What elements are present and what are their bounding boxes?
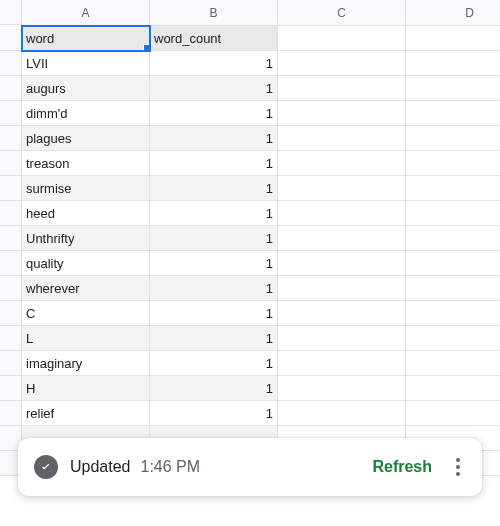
spreadsheet-grid[interactable]: ABCDwordword_countLVII1augurs1dimm'd1pla… bbox=[0, 0, 500, 476]
cell-D15[interactable] bbox=[406, 376, 500, 401]
cell-B5[interactable]: 1 bbox=[150, 126, 278, 151]
cell-C11[interactable] bbox=[278, 276, 406, 301]
cell-A16[interactable]: relief bbox=[22, 401, 150, 426]
cell-D11[interactable] bbox=[406, 276, 500, 301]
row-header-2[interactable] bbox=[0, 51, 22, 76]
cell-B6[interactable]: 1 bbox=[150, 151, 278, 176]
row-header-16[interactable] bbox=[0, 401, 22, 426]
cell-D13[interactable] bbox=[406, 326, 500, 351]
column-header-D[interactable]: D bbox=[406, 0, 500, 26]
cell-B1[interactable]: word_count bbox=[150, 26, 278, 51]
cell-A14[interactable]: imaginary bbox=[22, 351, 150, 376]
status-toast: Updated 1:46 PM Refresh bbox=[18, 438, 482, 496]
cell-B4[interactable]: 1 bbox=[150, 101, 278, 126]
cell-D9[interactable] bbox=[406, 226, 500, 251]
cell-A15[interactable]: H bbox=[22, 376, 150, 401]
cell-C3[interactable] bbox=[278, 76, 406, 101]
cell-D14[interactable] bbox=[406, 351, 500, 376]
cell-B11[interactable]: 1 bbox=[150, 276, 278, 301]
cell-A7[interactable]: surmise bbox=[22, 176, 150, 201]
row-header-12[interactable] bbox=[0, 301, 22, 326]
cell-D8[interactable] bbox=[406, 201, 500, 226]
row-header-8[interactable] bbox=[0, 201, 22, 226]
more-vert-icon[interactable] bbox=[450, 452, 466, 482]
cell-A11[interactable]: wherever bbox=[22, 276, 150, 301]
cell-B7[interactable]: 1 bbox=[150, 176, 278, 201]
cell-D16[interactable] bbox=[406, 401, 500, 426]
row-header-14[interactable] bbox=[0, 351, 22, 376]
cell-A2[interactable]: LVII bbox=[22, 51, 150, 76]
cell-B9[interactable]: 1 bbox=[150, 226, 278, 251]
cell-B14[interactable]: 1 bbox=[150, 351, 278, 376]
cell-D6[interactable] bbox=[406, 151, 500, 176]
cell-C15[interactable] bbox=[278, 376, 406, 401]
cell-A1[interactable]: word bbox=[22, 26, 150, 51]
cell-A3[interactable]: augurs bbox=[22, 76, 150, 101]
row-header-7[interactable] bbox=[0, 176, 22, 201]
cell-C2[interactable] bbox=[278, 51, 406, 76]
cell-D10[interactable] bbox=[406, 251, 500, 276]
cell-B2[interactable]: 1 bbox=[150, 51, 278, 76]
cell-C5[interactable] bbox=[278, 126, 406, 151]
check-circle-icon bbox=[34, 455, 58, 479]
refresh-button[interactable]: Refresh bbox=[372, 458, 432, 476]
column-header-A[interactable]: A bbox=[22, 0, 150, 26]
row-header-10[interactable] bbox=[0, 251, 22, 276]
cell-D3[interactable] bbox=[406, 76, 500, 101]
cell-C14[interactable] bbox=[278, 351, 406, 376]
cell-A4[interactable]: dimm'd bbox=[22, 101, 150, 126]
cell-A9[interactable]: Unthrifty bbox=[22, 226, 150, 251]
cell-A10[interactable]: quality bbox=[22, 251, 150, 276]
row-header-4[interactable] bbox=[0, 101, 22, 126]
cell-B16[interactable]: 1 bbox=[150, 401, 278, 426]
column-header-C[interactable]: C bbox=[278, 0, 406, 26]
cell-C6[interactable] bbox=[278, 151, 406, 176]
cell-C12[interactable] bbox=[278, 301, 406, 326]
cell-A6[interactable]: treason bbox=[22, 151, 150, 176]
cell-A8[interactable]: heed bbox=[22, 201, 150, 226]
cell-C8[interactable] bbox=[278, 201, 406, 226]
row-header-6[interactable] bbox=[0, 151, 22, 176]
cell-B8[interactable]: 1 bbox=[150, 201, 278, 226]
cell-D5[interactable] bbox=[406, 126, 500, 151]
cell-A13[interactable]: L bbox=[22, 326, 150, 351]
row-header-13[interactable] bbox=[0, 326, 22, 351]
cell-B13[interactable]: 1 bbox=[150, 326, 278, 351]
row-header-15[interactable] bbox=[0, 376, 22, 401]
cell-D7[interactable] bbox=[406, 176, 500, 201]
cell-D12[interactable] bbox=[406, 301, 500, 326]
row-header-1[interactable] bbox=[0, 26, 22, 51]
cell-B15[interactable]: 1 bbox=[150, 376, 278, 401]
cell-A5[interactable]: plagues bbox=[22, 126, 150, 151]
column-header-B[interactable]: B bbox=[150, 0, 278, 26]
cell-C1[interactable] bbox=[278, 26, 406, 51]
cell-A12[interactable]: C bbox=[22, 301, 150, 326]
select-all-corner[interactable] bbox=[0, 0, 22, 25]
cell-D4[interactable] bbox=[406, 101, 500, 126]
cell-C7[interactable] bbox=[278, 176, 406, 201]
cell-C13[interactable] bbox=[278, 326, 406, 351]
row-header-5[interactable] bbox=[0, 126, 22, 151]
row-header-11[interactable] bbox=[0, 276, 22, 301]
cell-B12[interactable]: 1 bbox=[150, 301, 278, 326]
cell-B10[interactable]: 1 bbox=[150, 251, 278, 276]
cell-C16[interactable] bbox=[278, 401, 406, 426]
cell-D2[interactable] bbox=[406, 51, 500, 76]
row-header-9[interactable] bbox=[0, 226, 22, 251]
row-header-3[interactable] bbox=[0, 76, 22, 101]
toast-timestamp: 1:46 PM bbox=[141, 458, 373, 476]
cell-C4[interactable] bbox=[278, 101, 406, 126]
toast-status-label: Updated bbox=[70, 458, 131, 476]
cell-B3[interactable]: 1 bbox=[150, 76, 278, 101]
cell-D1[interactable] bbox=[406, 26, 500, 51]
cell-C10[interactable] bbox=[278, 251, 406, 276]
cell-C9[interactable] bbox=[278, 226, 406, 251]
